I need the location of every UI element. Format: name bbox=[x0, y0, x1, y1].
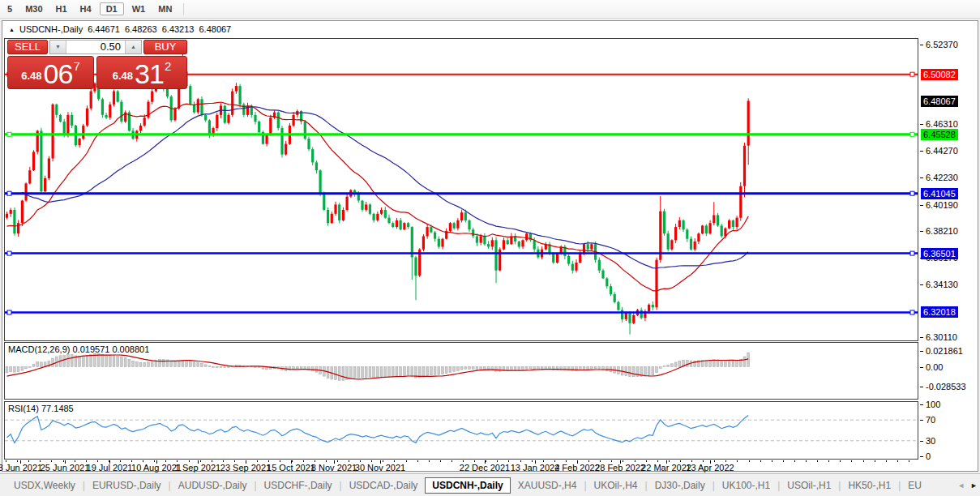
tab-hk50-h1[interactable]: HK50-,H1 bbox=[841, 477, 898, 494]
date-minor-tick bbox=[520, 460, 521, 462]
date-minor-tick bbox=[600, 460, 601, 462]
date-label: 30 Nov 2021 bbox=[355, 463, 405, 472]
date-minor-tick bbox=[337, 460, 338, 462]
tab-uk100-h1[interactable]: UK100-,H1 bbox=[715, 477, 777, 494]
volume-decrease-icon[interactable]: ▼ bbox=[50, 41, 66, 53]
date-minor-tick bbox=[691, 460, 692, 462]
date-minor-tick bbox=[749, 460, 750, 462]
date-minor-tick bbox=[851, 460, 852, 462]
date-minor-tick bbox=[165, 460, 166, 462]
buy-price-box[interactable]: 6.48 31 2 bbox=[96, 56, 187, 89]
date-minor-tick bbox=[143, 460, 143, 462]
price-chart-pane[interactable]: SELL ▼ 0.50 ▲ BUY 6.48 06 7 6.48 31 2 bbox=[4, 38, 918, 341]
date-minor-tick bbox=[28, 460, 29, 462]
date-minor-tick bbox=[909, 460, 909, 462]
price-tick: 6.52370 bbox=[920, 39, 958, 50]
date-label: 4 Feb 2022 bbox=[554, 463, 600, 472]
date-minor-tick bbox=[429, 460, 430, 462]
tab-dj30-daily[interactable]: DJ30-,Daily bbox=[648, 477, 713, 494]
price-tick: 6.46310 bbox=[920, 118, 958, 130]
buy-button[interactable]: BUY bbox=[143, 40, 187, 54]
date-minor-tick bbox=[497, 460, 498, 462]
date-minor-tick bbox=[383, 460, 383, 462]
date-label: 15 Oct 2021 bbox=[267, 463, 315, 472]
date-minor-tick bbox=[646, 460, 647, 462]
tab-eu[interactable]: EU bbox=[901, 477, 929, 494]
rsi-pane: RSI(14) 77.1485 bbox=[4, 401, 918, 460]
timeframe-H1[interactable]: H1 bbox=[49, 2, 74, 15]
date-axis: 3 Jun 202125 Jun 202119 Jul 202110 Aug 2… bbox=[4, 460, 918, 472]
rsi-axis-tick: 70 bbox=[920, 414, 935, 425]
tabs-next-icon[interactable]: ► bbox=[970, 481, 978, 490]
chart-window: ▲ USDCNH-,Daily 6.44671 6.48263 6.43213 … bbox=[2, 20, 978, 472]
ohlc-close: 6.48067 bbox=[199, 24, 231, 34]
date-minor-tick bbox=[474, 460, 475, 462]
date-minor-tick bbox=[703, 460, 704, 462]
date-minor-tick bbox=[828, 460, 829, 462]
date-minor-tick bbox=[611, 460, 612, 462]
tab-audusd-daily[interactable]: AUDUSD-,Daily bbox=[171, 477, 255, 494]
date-minor-tick bbox=[669, 460, 670, 462]
tab-usdcad-daily[interactable]: USDCAD-,Daily bbox=[342, 477, 426, 494]
volume-input[interactable]: 0.50 bbox=[66, 41, 125, 53]
date-minor-tick bbox=[268, 460, 269, 462]
date-minor-tick bbox=[725, 460, 726, 462]
sell-button[interactable]: SELL bbox=[7, 40, 48, 54]
date-minor-tick bbox=[86, 460, 87, 462]
toolbar-separator bbox=[183, 3, 184, 15]
date-minor-tick bbox=[623, 460, 623, 462]
date-minor-tick bbox=[897, 460, 898, 462]
collapse-triangle-icon[interactable]: ▲ bbox=[9, 25, 15, 34]
date-minor-tick bbox=[200, 460, 201, 462]
buy-price-big: 31 bbox=[135, 62, 164, 85]
date-minor-tick bbox=[863, 460, 864, 462]
tab-usdx-weekly[interactable]: USDX,Weekly bbox=[6, 477, 83, 494]
date-minor-tick bbox=[508, 460, 509, 462]
chart-header: ▲ USDCNH-,Daily 6.44671 6.48263 6.43213 … bbox=[9, 24, 231, 34]
tab-usdchf-daily[interactable]: USDCHF-,Daily bbox=[257, 477, 340, 494]
date-minor-tick bbox=[97, 460, 98, 462]
rsi-axis-tick: 100 bbox=[920, 399, 940, 410]
date-minor-tick bbox=[680, 460, 681, 462]
timeframe-W1[interactable]: W1 bbox=[126, 2, 152, 15]
date-label: 19 Jul 2021 bbox=[87, 463, 133, 472]
date-minor-tick bbox=[315, 460, 315, 462]
tab-ukoil-h4[interactable]: UKOil-,H4 bbox=[587, 477, 645, 494]
date-minor-tick bbox=[120, 460, 121, 462]
date-minor-tick bbox=[63, 460, 64, 462]
timeframe-D1[interactable]: D1 bbox=[100, 2, 124, 15]
rsi-value: 77.1485 bbox=[41, 404, 74, 413]
date-minor-tick bbox=[760, 460, 761, 462]
tabs-prev-icon[interactable]: ◄ bbox=[957, 481, 965, 490]
date-minor-tick bbox=[635, 460, 636, 462]
tab-usoil-h1[interactable]: USOil-,H1 bbox=[780, 477, 838, 494]
date-minor-tick bbox=[280, 460, 280, 462]
macd-axis-tick: -0.028533 bbox=[920, 381, 966, 392]
volume-increase-icon[interactable]: ▲ bbox=[125, 41, 141, 53]
date-minor-tick bbox=[783, 460, 784, 462]
timeframe-H4[interactable]: H4 bbox=[74, 2, 98, 15]
date-label: 8 Nov 2021 bbox=[311, 463, 357, 472]
timeframe-M30[interactable]: M30 bbox=[19, 2, 49, 15]
date-minor-tick bbox=[75, 460, 75, 462]
mt4-terminal: 5M30H1H4D1W1MN ▲ USDCNH-,Daily 6.44671 6… bbox=[0, 0, 980, 496]
tab-xauusd-h4[interactable]: XAUUSD-,H4 bbox=[511, 477, 584, 494]
date-minor-tick bbox=[657, 460, 658, 462]
date-minor-tick bbox=[875, 460, 875, 462]
date-minor-tick bbox=[406, 460, 407, 462]
date-minor-tick bbox=[131, 460, 132, 462]
timeframe-toolbar: 5M30H1H4D1W1MN bbox=[0, 0, 980, 19]
tab-eurusd-daily[interactable]: EURUSD-,Daily bbox=[85, 477, 169, 494]
timeframe-MN[interactable]: MN bbox=[152, 2, 178, 15]
ohlc-high: 6.48263 bbox=[125, 24, 157, 34]
ohlc-open: 6.44671 bbox=[88, 24, 120, 34]
date-minor-tick bbox=[566, 460, 567, 462]
date-minor-tick bbox=[154, 460, 155, 462]
date-minor-tick bbox=[417, 460, 418, 462]
date-minor-tick bbox=[886, 460, 887, 462]
date-minor-tick bbox=[292, 460, 293, 462]
timeframe-5[interactable]: 5 bbox=[1, 2, 19, 15]
tab-usdcnh-daily[interactable]: USDCNH-,Daily bbox=[425, 477, 510, 494]
sell-price-box[interactable]: 6.48 06 7 bbox=[7, 56, 94, 89]
macd-pane: MACD(12,26,9) 0.019571 0.008801 bbox=[4, 342, 918, 400]
